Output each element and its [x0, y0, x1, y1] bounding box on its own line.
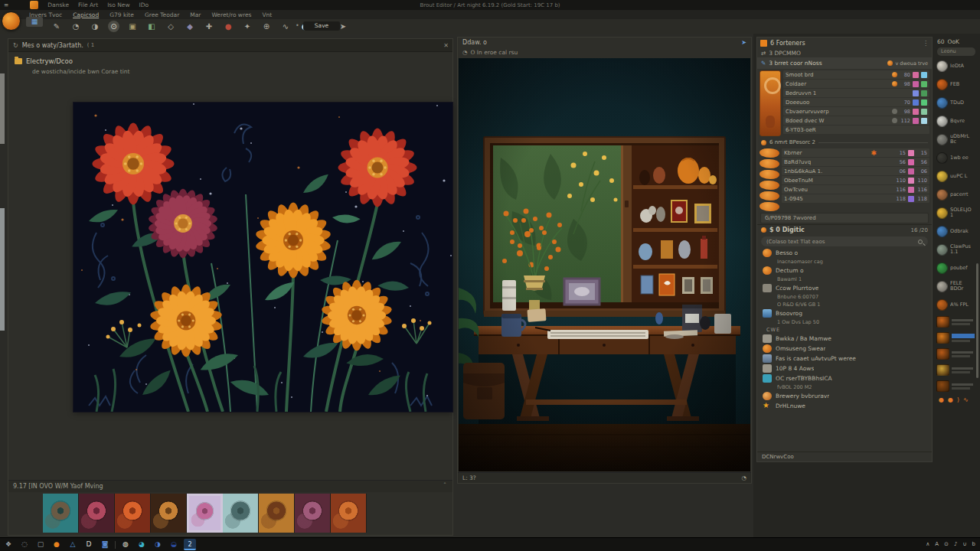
- titlebar-item-2[interactable]: Iso New: [107, 2, 129, 8]
- menu-item-6[interactable]: Vnt: [262, 11, 272, 18]
- side-thumb-row-3[interactable]: [936, 362, 977, 378]
- eraser-tool-icon[interactable]: ◔: [70, 21, 82, 33]
- layer-row-3[interactable]: Bawaml 1: [757, 276, 932, 283]
- thumb-rust-petals[interactable]: [331, 494, 367, 533]
- layer-row-9[interactable]: CWE: [757, 326, 932, 334]
- color-swatch[interactable]: [913, 72, 919, 78]
- tray-icon-2[interactable]: ⊙: [944, 541, 949, 547]
- collapse-icon[interactable]: ˆ: [443, 483, 446, 490]
- layer-row-5[interactable]: Bnbune 6:00707: [757, 293, 932, 301]
- layer-row-8[interactable]: 1 Ow Dvs Lap 50: [757, 318, 932, 326]
- tab-refresh-icon[interactable]: ↻: [13, 42, 18, 49]
- titlebar-item-1[interactable]: File Art: [78, 2, 98, 8]
- status-right-icon[interactable]: ◔: [741, 474, 746, 481]
- document-tab-label[interactable]: Mes o waty/3artath.: [22, 42, 83, 49]
- brush-tip-thumbnail-2[interactable]: [760, 170, 779, 179]
- brush-row-a-4[interactable]: Cbvaerurvuverp98: [783, 107, 929, 116]
- side-dock-search[interactable]: Leonu: [937, 47, 975, 56]
- tray-icon-1[interactable]: A: [935, 541, 939, 547]
- side-tool-bqvre[interactable]: Bqvre: [936, 112, 977, 130]
- brush-tip-thumbnail-3[interactable]: [760, 181, 779, 190]
- gradient-tool-icon[interactable]: ✚: [203, 21, 215, 33]
- save-button[interactable]: Save: [303, 21, 340, 31]
- list-b-star-icon[interactable]: ✱: [871, 149, 877, 157]
- brush-preview-thumbnail[interactable]: [760, 70, 781, 136]
- color-swatch[interactable]: [913, 127, 919, 133]
- document-tab-right-label[interactable]: Ddaw. o: [462, 39, 487, 46]
- brush-list-footer[interactable]: G/P09798 7wvored: [760, 213, 929, 223]
- side-thumb-row-4[interactable]: [936, 378, 977, 394]
- thumb-pink-daisy-framed[interactable]: [187, 494, 223, 533]
- color-swatch[interactable]: [908, 150, 914, 156]
- tab-close-icon[interactable]: ✕: [443, 42, 449, 49]
- menu-item-1[interactable]: Capicsod: [73, 11, 99, 18]
- brush-row-a-6[interactable]: 6-YT03-oeR: [783, 126, 929, 134]
- layer-row-14[interactable]: OC rserTBYBBhsICA: [757, 373, 932, 383]
- layers-search-field[interactable]: (Colaso text Tlat eaos: [761, 236, 928, 246]
- side-tool-afpl[interactable]: A% FPL: [936, 295, 977, 314]
- tray-icon-5[interactable]: b: [972, 541, 975, 547]
- side-tool-soleljo[interactable]: SOLELJO 1: [936, 204, 977, 222]
- app-editor-active[interactable]: 2: [184, 539, 196, 550]
- dock-menu-icon[interactable]: ⋮: [923, 40, 929, 47]
- canvas-left-artwork[interactable]: [74, 103, 452, 412]
- breadcrumb-path[interactable]: Electryw/Dcoo: [26, 57, 73, 65]
- app-paint-teal[interactable]: ◕: [136, 539, 148, 550]
- side-tool-odbrak[interactable]: Odbrak: [936, 222, 977, 240]
- canvas-right-artwork[interactable]: [459, 58, 750, 471]
- color-swatch-2[interactable]: [921, 118, 927, 124]
- side-tool-poubef[interactable]: poubef: [936, 259, 977, 277]
- crop-tool-icon[interactable]: ◇: [165, 21, 177, 33]
- brush-row-b-1[interactable]: BaRd?uvq5656: [782, 158, 929, 166]
- color-swatch[interactable]: [908, 168, 914, 174]
- color-swatch[interactable]: [913, 118, 919, 124]
- brush-row-b-4[interactable]: OwTcveu116116: [782, 185, 929, 194]
- app-triangle-blue[interactable]: △: [67, 539, 79, 550]
- document-tab-bar[interactable]: ↻ Mes o waty/3artath. ( 1 ✕: [8, 39, 452, 52]
- side-tool-pacerrt[interactable]: pacerrt: [936, 185, 977, 204]
- image-panel-icon[interactable]: ▦: [26, 17, 43, 27]
- app-circle-blue[interactable]: ◑: [152, 539, 164, 550]
- color-swatch[interactable]: [913, 109, 919, 115]
- layer-row-0[interactable]: Besso o: [757, 248, 932, 258]
- hamburger-menu-icon[interactable]: ≡: [4, 2, 8, 8]
- left-dock-handle-top[interactable]: [0, 73, 5, 144]
- side-tool-fele[interactable]: FELE BDOr: [936, 277, 977, 295]
- color-swatch-2[interactable]: [921, 99, 927, 106]
- app-docs[interactable]: D: [83, 539, 95, 550]
- layers-tool-icon[interactable]: ◧: [145, 21, 158, 33]
- layer-row-16[interactable]: Brewery bvbruravr: [757, 391, 932, 401]
- layer-row-12[interactable]: Fas is caaet uAvtvuPt weree: [757, 354, 932, 364]
- layer-row-1[interactable]: Inacnaomaser cag: [757, 258, 932, 266]
- menu-item-2[interactable]: G79 kite: [109, 11, 134, 18]
- thumb-pale-teal-dried[interactable]: [223, 494, 259, 533]
- side-tool-clawpus[interactable]: ClawPus 1.1: [936, 240, 977, 259]
- selected-brush-tool-icon[interactable]: ⊙: [108, 21, 119, 32]
- layer-row-13[interactable]: 10P 8 4 Aows: [757, 364, 932, 373]
- brush-tip-thumbnail-4[interactable]: [760, 191, 779, 201]
- side-thumb-row-2[interactable]: [936, 346, 977, 362]
- color-swatch-2[interactable]: [921, 109, 927, 115]
- layer-row-6[interactable]: O R&D 6/V6 GB 1: [757, 301, 932, 308]
- tray-icon-4[interactable]: ∪: [962, 541, 966, 547]
- titlebar-item-3[interactable]: IDo: [139, 2, 149, 8]
- color-swatch[interactable]: [913, 99, 919, 106]
- app-settings-blue[interactable]: ◙: [99, 539, 111, 550]
- menu-item-3[interactable]: Gree Teodar: [145, 11, 179, 18]
- thumb-rust-sunflower[interactable]: [151, 494, 187, 533]
- layer-row-15[interactable]: fvBOL 200 M2: [757, 383, 932, 391]
- side-tool-iedta[interactable]: IeDtA: [936, 57, 977, 75]
- system-tray[interactable]: ∧A⊙♪∪b: [926, 537, 975, 551]
- titlebar-item-0[interactable]: Danske: [47, 2, 69, 8]
- brush-row-a-0[interactable]: Smoot brd80: [783, 70, 929, 79]
- color-swatch[interactable]: [908, 178, 914, 184]
- wave-tool-icon[interactable]: ∿: [279, 21, 292, 33]
- layer-row-2[interactable]: Dectum o: [757, 266, 932, 276]
- side-tool-udbmr[interactable]: uDbMrL Bc: [936, 130, 977, 148]
- thumb-amber-abstract[interactable]: [259, 494, 295, 533]
- thumb-teal-wilted[interactable]: [43, 494, 79, 533]
- menu-item-5[interactable]: Weret/ro wres: [211, 11, 251, 18]
- app-circle-darkblue[interactable]: ◒: [168, 539, 180, 550]
- fill-tool-icon[interactable]: ◆: [184, 21, 196, 33]
- brush-row-b-3[interactable]: ObeeTnuM110110: [782, 176, 929, 184]
